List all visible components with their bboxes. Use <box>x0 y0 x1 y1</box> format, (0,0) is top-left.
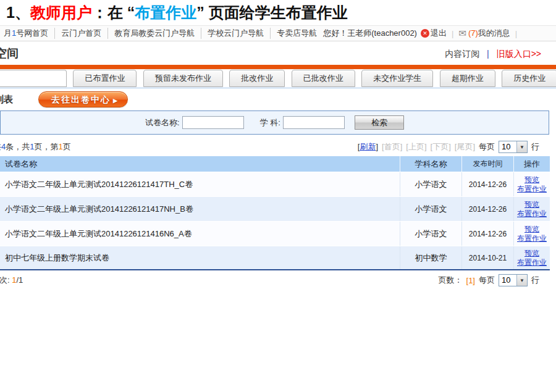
tab-not-submitted[interactable]: 未交作业学生 <box>361 70 433 87</box>
per-page-select[interactable]: 10▼ <box>499 274 528 286</box>
greeting: 您好！王老师(teacher002) <box>323 28 417 39</box>
header-links: 内容订阅 | 旧版入口>> <box>445 49 541 60</box>
table-row: 小学语文二年级上单元测试20141226121417NH_B卷 小学语文 201… <box>0 196 550 221</box>
nav-cloud-portal[interactable]: 云门户首页 <box>54 28 107 39</box>
accent-bar <box>0 65 556 69</box>
list-title: 列表 <box>0 94 13 106</box>
preview-link[interactable]: 预览 <box>524 225 539 234</box>
logout-icon[interactable]: ✕ <box>421 29 429 38</box>
row-actions: 预览 布置作业 <box>514 222 550 246</box>
first-page-link[interactable]: [首页] <box>382 141 402 152</box>
title-role: 教师用户 <box>30 4 92 21</box>
nav-school-portal[interactable]: 学校云门户导航 <box>201 28 270 39</box>
pages-label: 页数： <box>439 275 463 286</box>
subject-name: 小学语文 <box>400 197 462 221</box>
next-page-link[interactable]: [下页] <box>431 141 451 152</box>
nav-edu-bureau-portal[interactable]: 教育局教委云门户导航 <box>107 28 201 39</box>
subject-label: 学 科: <box>260 117 280 128</box>
top-navbar: 月1号网首页 云门户首页 教育局教委云门户导航 学校云门户导航 专卖店导航 您好… <box>0 25 556 41</box>
tab-underline <box>0 87 556 89</box>
paper-name-label: 试卷名称: <box>145 117 180 128</box>
pager-controls: [刷新] [首页] [上页] [下页] [尾页] 每页 10▼ 行 <box>354 141 539 153</box>
refresh-link[interactable]: 刷新 <box>360 142 376 151</box>
page-index: 页次: 1/1 <box>0 275 23 286</box>
nav-links: 月1号网首页 云门户首页 教育局教委云门户导航 学校云门户导航 专卖店导航 <box>0 28 323 39</box>
nav-home[interactable]: 月1号网首页 <box>0 28 54 39</box>
page-1-link[interactable]: [1] <box>466 276 475 285</box>
assign-homework-link[interactable]: 布置作业 <box>517 209 547 219</box>
title-mid: ：在 “ <box>92 4 135 21</box>
tab-graded[interactable]: 已批改作业 <box>292 70 355 87</box>
nav-store[interactable]: 专卖店导航 <box>270 28 323 39</box>
logout-link[interactable]: 退出 <box>431 28 447 39</box>
search-panel: 试卷名称: 学 科: 检索 <box>0 111 549 135</box>
pager-controls: 页数： [1] 每页 10▼ 行 <box>435 274 539 286</box>
chevron-down-icon[interactable]: ▼ <box>516 141 527 152</box>
subject-name: 小学语文 <box>400 222 462 246</box>
tab-assigned[interactable]: 已布置作业 <box>73 70 137 87</box>
title-number: 1、 <box>6 4 30 21</box>
old-version-link[interactable]: 旧版入口>> <box>497 49 541 59</box>
row-actions: 预览 布置作业 <box>514 172 550 196</box>
assign-homework-link[interactable]: 布置作业 <box>517 234 547 243</box>
publish-date: 2014-10-21 <box>462 246 514 269</box>
search-button[interactable]: 检索 <box>355 115 404 130</box>
subject-name: 小学语文 <box>400 172 462 196</box>
pager-top: 共4条，共1页，第1页 [刷新] [首页] [上页] [下页] [尾页] 每页 … <box>0 140 550 154</box>
publish-date: 2014-12-26 <box>462 222 514 246</box>
col-actions: 操作 <box>514 156 550 172</box>
site-header: 空间 内容订阅 | 旧版入口>> <box>0 42 556 65</box>
rows-unit-label: 行 <box>531 141 539 152</box>
row-actions: 预览 布置作业 <box>514 197 550 221</box>
last-page-link[interactable]: [尾页] <box>455 141 475 152</box>
paper-name: 小学语文二年级上单元测试20141226121416N6_A卷 <box>0 222 400 246</box>
papers-table: 试卷名称 学科名称 发布时间 操作 小学语文二年级上单元测试2014122612… <box>0 156 550 270</box>
toolbar: 列表 去往出卷中心▶ <box>0 90 556 110</box>
content-subscribe-link[interactable]: 内容订阅 <box>445 49 479 59</box>
tab-strip: 已布置作业 预留未发布作业 批改作业 已批改作业 未交作业学生 超期作业 历史作… <box>0 70 556 87</box>
paper-name: 小学语文二年级上单元测试20141226121417NH_B卷 <box>0 197 400 221</box>
paper-name-input[interactable] <box>182 116 244 129</box>
prev-page-link[interactable]: [上页] <box>406 141 426 152</box>
assign-homework-link[interactable]: 布置作业 <box>517 185 547 194</box>
go-exam-center-button[interactable]: 去往出卷中心▶ <box>38 91 128 107</box>
refresh-link-wrap: [刷新] <box>358 141 378 152</box>
arrow-right-icon: ▶ <box>113 98 117 104</box>
homework-assign-page: 1、教师用户：在 “布置作业” 页面给学生布置作业 月1号网首页 云门户首页 教… <box>0 0 556 392</box>
paper-name: 初中七年级上册数学期末试卷 <box>0 246 400 269</box>
per-page-label: 每页 <box>479 275 495 286</box>
page-title: 1、教师用户：在 “布置作业” 页面给学生布置作业 <box>0 0 556 25</box>
messages-link[interactable]: (7)我的消息 <box>468 28 510 39</box>
tab-history[interactable]: 历史作业 <box>502 70 556 87</box>
title-suffix: ” 页面给学生布置作业 <box>196 4 347 21</box>
tab-active-partial[interactable] <box>0 70 67 87</box>
record-count: 共4条，共1页，第1页 <box>0 141 71 152</box>
preview-link[interactable]: 预览 <box>524 200 539 209</box>
chevron-down-icon[interactable]: ▼ <box>516 275 527 286</box>
divider: | <box>487 49 489 59</box>
paper-name: 小学语文二年级上单元测试20141226121417TH_C卷 <box>0 172 400 196</box>
table-row: 小学语文二年级上单元测试20141226121416N6_A卷 小学语文 201… <box>0 221 550 246</box>
tab-pending-unpublished[interactable]: 预留未发布作业 <box>143 70 223 87</box>
user-area: 您好！王老师(teacher002) ✕ 退出 | ✉ (7)我的消息 | <box>323 28 522 39</box>
table-row: 小学语文二年级上单元测试20141226121417TH_C卷 小学语文 201… <box>0 172 550 196</box>
preview-link[interactable]: 预览 <box>524 175 539 185</box>
publish-date: 2014-12-26 <box>462 197 514 221</box>
tab-grading[interactable]: 批改作业 <box>229 70 285 87</box>
col-publish-date: 发布时间 <box>462 156 514 172</box>
assign-homework-link[interactable]: 布置作业 <box>517 258 547 267</box>
row-actions: 预览 布置作业 <box>514 246 550 269</box>
per-page-select[interactable]: 10▼ <box>499 141 528 153</box>
col-paper-name: 试卷名称 <box>0 156 400 172</box>
subject-input[interactable] <box>283 116 345 129</box>
per-page-label: 每页 <box>479 141 495 152</box>
preview-link[interactable]: 预览 <box>524 249 539 258</box>
publish-date: 2014-12-26 <box>462 172 514 196</box>
tab-overdue[interactable]: 超期作业 <box>440 70 495 87</box>
table-row: 初中七年级上册数学期末试卷 初中数学 2014-10-21 预览 布置作业 <box>0 246 550 269</box>
envelope-icon: ✉ <box>458 28 466 39</box>
rows-unit-label: 行 <box>531 275 539 286</box>
divider: | <box>452 29 453 38</box>
subject-name: 初中数学 <box>400 246 462 269</box>
table-header: 试卷名称 学科名称 发布时间 操作 <box>0 156 550 172</box>
